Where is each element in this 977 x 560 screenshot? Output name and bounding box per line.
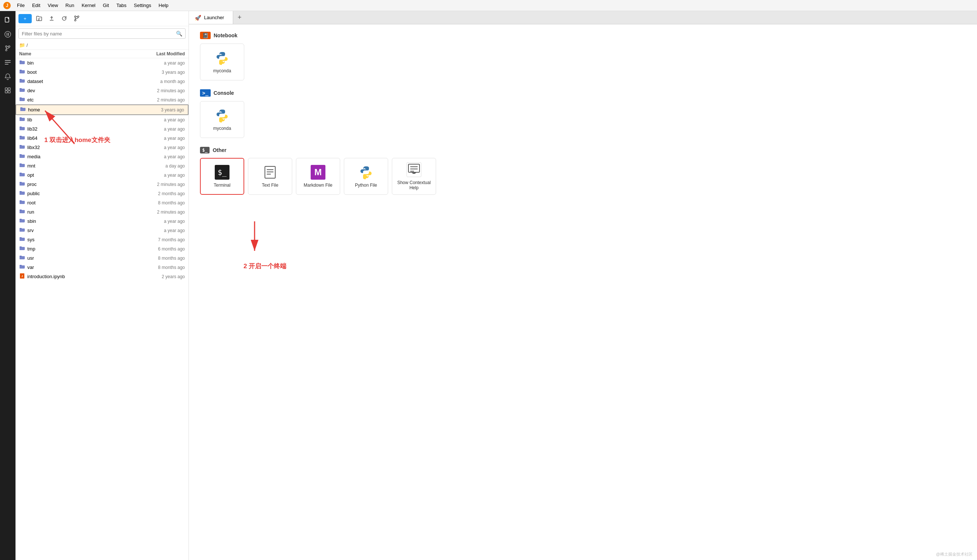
svg-point-7 xyxy=(8,46,10,47)
svg-rect-15 xyxy=(8,91,10,93)
file-modified: 8 months ago xyxy=(140,256,185,261)
text-file-card[interactable]: Text File xyxy=(248,158,292,195)
notebook-myconda-label: myconda xyxy=(213,68,231,73)
activity-commands[interactable] xyxy=(2,56,14,68)
file-item[interactable]: tmp6 months ago xyxy=(15,244,188,253)
python-file-card[interactable]: Python File xyxy=(344,158,388,195)
file-item[interactable]: public2 months ago xyxy=(15,189,188,198)
file-modified: a year ago xyxy=(140,127,185,132)
menu-git[interactable]: Git xyxy=(100,2,112,9)
file-item[interactable]: home3 years ago xyxy=(15,104,188,115)
file-name: home xyxy=(28,107,140,113)
activity-bar xyxy=(0,11,15,560)
upload-button[interactable] xyxy=(47,13,57,23)
help-card[interactable]: Show Contextual Help xyxy=(392,158,436,195)
console-myconda-card[interactable]: myconda xyxy=(200,101,244,138)
activity-git[interactable] xyxy=(2,42,14,55)
add-tab-button[interactable]: + xyxy=(233,11,246,24)
file-item[interactable]: sys7 months ago xyxy=(15,235,188,244)
menu-edit[interactable]: Edit xyxy=(29,2,43,9)
file-modified: a year ago xyxy=(140,117,185,122)
file-item[interactable]: etc2 minutes ago xyxy=(15,95,188,104)
activity-extensions[interactable] xyxy=(2,84,14,97)
file-item[interactable]: mnta day ago xyxy=(15,161,188,170)
tab-bar: 🚀 Launcher + xyxy=(189,11,977,24)
col-name-header[interactable]: Name xyxy=(19,51,140,57)
file-item[interactable]: mediaa year ago xyxy=(15,152,188,161)
other-label: Other xyxy=(213,147,226,153)
file-item[interactable]: dev2 minutes ago xyxy=(15,86,188,95)
terminal-icon: $_ xyxy=(215,165,230,180)
svg-rect-37 xyxy=(20,229,24,232)
activity-debug[interactable] xyxy=(2,70,14,83)
file-item[interactable]: root8 months ago xyxy=(15,198,188,207)
svg-point-53 xyxy=(367,176,368,177)
file-item[interactable]: sbina year ago xyxy=(15,217,188,226)
menu-kernel[interactable]: Kernel xyxy=(78,2,98,9)
folder-icon xyxy=(19,125,25,132)
svg-rect-27 xyxy=(20,137,24,140)
menu-file[interactable]: File xyxy=(14,2,28,9)
file-item[interactable]: proc2 minutes ago xyxy=(15,180,188,189)
svg-point-17 xyxy=(77,16,79,17)
python-file-icon xyxy=(358,165,373,180)
file-modified: 3 years ago xyxy=(140,107,184,113)
watermark: @稀土掘金技术社区 xyxy=(936,552,972,557)
notebook-section-title: 📓 Notebook xyxy=(200,32,966,39)
new-button[interactable]: + xyxy=(18,14,32,23)
svg-text:J: J xyxy=(22,275,23,278)
folder-icon xyxy=(20,106,26,113)
file-item[interactable]: boot3 years ago xyxy=(15,68,188,77)
menu-tabs[interactable]: Tabs xyxy=(113,2,129,9)
file-item[interactable]: lib32a year ago xyxy=(15,124,188,133)
file-item[interactable]: srva year ago xyxy=(15,226,188,235)
markdown-icon: M xyxy=(311,165,325,180)
sidebar-toolbar: + xyxy=(15,11,188,26)
file-item[interactable]: run2 minutes ago xyxy=(15,207,188,217)
svg-rect-9 xyxy=(5,60,11,61)
search-input[interactable] xyxy=(19,29,173,38)
file-name: bin xyxy=(27,60,140,66)
file-item[interactable]: opta year ago xyxy=(15,170,188,180)
file-item[interactable]: usr8 months ago xyxy=(15,253,188,263)
file-modified: a year ago xyxy=(140,60,185,66)
file-name: etc xyxy=(27,97,140,103)
svg-rect-14 xyxy=(5,91,7,93)
terminal-card[interactable]: $_ Terminal xyxy=(200,158,244,195)
file-item[interactable]: liba year ago xyxy=(15,115,188,124)
launcher-tab[interactable]: 🚀 Launcher xyxy=(189,11,233,24)
folder-icon xyxy=(19,218,25,225)
menu-settings[interactable]: Settings xyxy=(131,2,154,9)
launcher-content: 📓 Notebook myconda >_ Console xyxy=(189,24,977,560)
file-item[interactable]: var8 months ago xyxy=(15,263,188,272)
activity-files[interactable] xyxy=(2,14,14,27)
markdown-file-card[interactable]: M Markdown File xyxy=(296,158,340,195)
svg-rect-21 xyxy=(20,80,24,83)
text-file-icon xyxy=(263,165,277,180)
file-item[interactable]: lib64a year ago xyxy=(15,133,188,143)
git-button[interactable] xyxy=(72,13,82,23)
folder-icon xyxy=(19,255,25,262)
refresh-button[interactable] xyxy=(59,13,69,23)
file-modified: 2 minutes ago xyxy=(140,97,185,103)
menu-help[interactable]: Help xyxy=(156,2,172,9)
folder-icon xyxy=(19,87,25,94)
menu-view[interactable]: View xyxy=(45,2,61,9)
folder-icon xyxy=(19,144,25,151)
file-name: lib xyxy=(27,117,140,122)
file-item[interactable]: J introduction.ipynb2 years ago xyxy=(15,272,188,281)
svg-point-16 xyxy=(75,16,76,17)
activity-running[interactable] xyxy=(2,28,14,41)
file-name: public xyxy=(27,191,140,196)
menu-run[interactable]: Run xyxy=(62,2,77,9)
folder-icon xyxy=(19,227,25,234)
notebook-myconda-card[interactable]: myconda xyxy=(200,43,244,80)
file-item[interactable]: bina year ago xyxy=(15,58,188,68)
console-section-icon: >_ xyxy=(200,89,211,97)
svg-rect-10 xyxy=(5,62,11,63)
file-item[interactable]: libx32a year ago xyxy=(15,143,188,152)
open-folder-button[interactable] xyxy=(34,13,44,23)
file-item[interactable]: dataseta month ago xyxy=(15,77,188,86)
folder-icon xyxy=(19,135,25,142)
svg-rect-39 xyxy=(20,248,24,250)
